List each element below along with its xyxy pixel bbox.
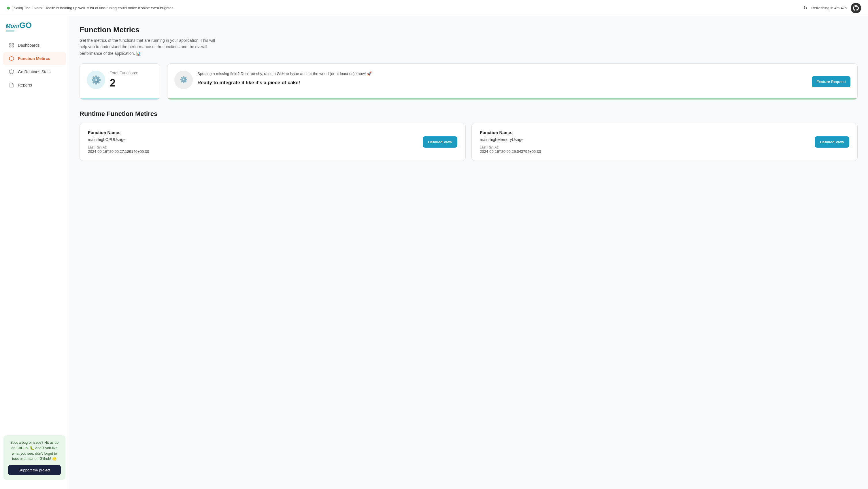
fn-time-1: 2024-09-16T20:05:26.043794+05:30 (480, 149, 541, 154)
sidebar: Moni GO Dashboards (0, 16, 69, 489)
main-content: Function Metrics Get the metrics of the … (69, 16, 868, 489)
sidebar-item-reports[interactable]: Reports (3, 79, 66, 91)
refresh-text: Refreshing in 4m 47s (811, 6, 847, 10)
function-info-1: Function Name: main.highMemoryUsage Last… (480, 130, 541, 154)
sidebar-item-go-routines[interactable]: Go Routines Stats (3, 65, 66, 78)
grid-icon (9, 42, 14, 48)
logo: Moni GO (6, 21, 32, 31)
fn-time-label-0: Last Ran At: (88, 145, 149, 149)
feature-description: Spotting a missing field? Don't be shy, … (197, 70, 807, 77)
sidebar-label-function-metrics: Function Metircs (18, 56, 50, 61)
total-functions-icon: ⚙️ (87, 70, 105, 89)
fn-label-1: Function Name: (480, 130, 541, 135)
topbar-right: ↻ Refreshing in 4m 47s (803, 3, 861, 13)
svg-rect-3 (12, 46, 13, 47)
fn-time-0: 2024-09-16T20:05:27.129146+05:30 (88, 149, 149, 154)
svg-rect-2 (9, 46, 11, 47)
runtime-title: Runtime Function Metircs (80, 110, 858, 118)
logo-underline (6, 31, 14, 31)
nav: Dashboards Function Metircs Go Routines … (0, 38, 69, 92)
github-button[interactable] (851, 3, 861, 13)
sidebar-label-reports: Reports (18, 83, 32, 87)
feature-request-button[interactable]: Feature Request (812, 76, 850, 87)
total-functions-value: 2 (110, 77, 138, 89)
feature-card-bar (167, 98, 857, 99)
layout: Moni GO Dashboards (0, 16, 868, 489)
feature-icon: ⚙️ (174, 70, 193, 89)
logo-moni: Moni (6, 23, 19, 29)
detailed-view-button-0[interactable]: Detailed View (423, 136, 457, 148)
refresh-icon[interactable]: ↻ (803, 5, 807, 11)
status-dot (7, 7, 10, 9)
function-cards-row: Function Name: main.highCPUUsage Last Ra… (80, 123, 858, 161)
page-title: Function Metrics (80, 25, 858, 34)
total-functions-label: Total Functions: (110, 70, 138, 75)
topbar-left: [Solid] The Overall Health is holding up… (7, 6, 174, 10)
fn-label-0: Function Name: (88, 130, 149, 135)
file-icon (9, 82, 14, 88)
function-card-1: Function Name: main.highMemoryUsage Last… (471, 123, 858, 161)
feature-text-block: Spotting a missing field? Don't be shy, … (197, 70, 807, 86)
svg-marker-4 (9, 57, 14, 61)
support-project-button[interactable]: Support the project (8, 465, 61, 475)
topbar: [Solid] The Overall Health is holding up… (0, 0, 868, 16)
promo-text: Spot a bug or issue? Hit us up on GitHub… (8, 440, 61, 462)
fn-name-0: main.highCPUUsage (88, 137, 149, 142)
total-card-bar (80, 98, 160, 99)
svg-rect-0 (9, 43, 11, 45)
logo-go: GO (19, 21, 32, 30)
sidebar-item-function-metrics[interactable]: Function Metircs (3, 52, 66, 65)
detailed-view-button-1[interactable]: Detailed View (815, 136, 849, 148)
feature-request-card: ⚙️ Spotting a missing field? Don't be sh… (167, 63, 858, 100)
hexagon-icon (9, 56, 14, 61)
total-functions-card: ⚙️ Total Functions: 2 (80, 63, 160, 100)
function-card-0: Function Name: main.highCPUUsage Last Ra… (80, 123, 466, 161)
activity-icon (9, 69, 14, 75)
sidebar-label-go-routines: Go Routines Stats (18, 69, 51, 74)
logo-area: Moni GO (0, 21, 69, 38)
feature-heading: Ready to integrate it like it's a piece … (197, 80, 807, 86)
svg-rect-1 (12, 43, 13, 45)
sidebar-label-dashboards: Dashboards (18, 43, 40, 48)
topbar-message: [Solid] The Overall Health is holding up… (13, 6, 174, 10)
top-cards-row: ⚙️ Total Functions: 2 ⚙️ Spotting a miss… (80, 63, 858, 100)
fn-name-1: main.highMemoryUsage (480, 137, 541, 142)
promo-box: Spot a bug or issue? Hit us up on GitHub… (3, 435, 65, 480)
fn-time-label-1: Last Ran At: (480, 145, 541, 149)
page-description: Get the metrics of the functions that ar… (80, 37, 218, 57)
function-info-0: Function Name: main.highCPUUsage Last Ra… (88, 130, 149, 154)
svg-marker-5 (9, 70, 14, 74)
sidebar-item-dashboards[interactable]: Dashboards (3, 39, 66, 52)
